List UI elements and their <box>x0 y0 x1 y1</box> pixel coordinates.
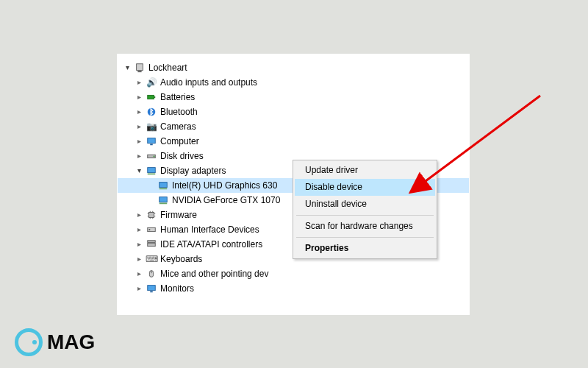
display-adapter-icon <box>157 180 169 191</box>
chip-icon <box>146 209 157 221</box>
chevron-right-icon[interactable]: ▸ <box>134 283 144 294</box>
speaker-icon: 🔊 <box>146 77 157 88</box>
logo-text: MAG <box>47 330 95 354</box>
chevron-right-icon[interactable]: ▸ <box>134 121 144 132</box>
monitor-icon <box>146 283 157 294</box>
chevron-right-icon[interactable]: ▸ <box>134 92 144 102</box>
svg-rect-5 <box>148 138 156 144</box>
svg-rect-3 <box>154 96 156 98</box>
svg-rect-19 <box>148 241 156 243</box>
chevron-right-icon[interactable]: ▸ <box>134 77 144 88</box>
chevron-down-icon[interactable]: ▾ <box>134 166 144 176</box>
brand-logo: MAG <box>15 328 95 356</box>
svg-rect-18 <box>148 243 156 246</box>
battery-icon <box>146 91 157 103</box>
tree-item-label: Computer <box>160 134 199 149</box>
svg-point-8 <box>154 156 155 158</box>
menu-update-driver[interactable]: Update driver <box>295 162 435 179</box>
menu-disable-device[interactable]: Disable device <box>295 179 435 196</box>
svg-rect-16 <box>148 227 156 231</box>
svg-rect-14 <box>159 203 168 205</box>
keyboard-icon: ⌨ <box>146 253 157 265</box>
chevron-down-icon[interactable]: ▾ <box>122 63 132 73</box>
camera-icon: 📷 <box>146 121 157 132</box>
chevron-right-icon[interactable]: ▸ <box>134 269 144 279</box>
tree-root[interactable]: ▾ Lockheart <box>118 60 469 75</box>
tree-item-label: Mice and other pointing dev <box>160 266 268 281</box>
tree-item-mice[interactable]: ▸ Mice and other pointing dev <box>118 266 469 281</box>
tree-item-label: Audio inputs and outputs <box>160 75 257 90</box>
tree-item-label: Firmware <box>160 208 197 222</box>
mouse-icon <box>146 268 157 280</box>
tree-item-label: Intel(R) UHD Graphics 630 <box>172 178 277 193</box>
svg-rect-23 <box>150 291 153 293</box>
logo-ring-icon <box>15 328 43 356</box>
svg-rect-11 <box>159 183 168 188</box>
svg-rect-17 <box>149 229 151 230</box>
tree-item-label: NVIDIA GeForce GTX 1070 <box>172 193 280 208</box>
monitor-icon <box>146 135 157 147</box>
display-adapter-icon <box>146 165 157 177</box>
chevron-right-icon[interactable]: ▸ <box>134 254 144 264</box>
tree-item-label: Bluetooth <box>160 105 198 119</box>
svg-rect-13 <box>159 197 168 202</box>
menu-separator <box>296 237 434 238</box>
tree-item-label: Display adapters <box>160 163 226 178</box>
chevron-right-icon[interactable]: ▸ <box>134 107 144 117</box>
computer-icon <box>134 62 146 74</box>
svg-rect-2 <box>148 95 154 99</box>
chevron-right-icon[interactable]: ▸ <box>134 210 144 220</box>
tree-item-monitors[interactable]: ▸ Monitors <box>118 281 469 296</box>
tree-item-bluetooth[interactable]: ▸ Bluetooth <box>118 105 469 119</box>
chevron-right-icon[interactable]: ▸ <box>134 239 144 250</box>
svg-rect-10 <box>148 174 156 175</box>
tree-item-computer[interactable]: ▸ Computer <box>118 134 469 149</box>
context-menu: Update driver Disable device Uninstall d… <box>293 160 437 259</box>
svg-rect-0 <box>137 64 143 71</box>
svg-rect-15 <box>149 213 154 218</box>
tree-item-label: IDE ATA/ATAPI controllers <box>160 237 262 252</box>
hid-icon <box>146 224 157 236</box>
svg-rect-1 <box>137 71 141 72</box>
menu-separator <box>296 215 434 216</box>
tree-item-audio[interactable]: ▸ 🔊 Audio inputs and outputs <box>118 75 469 90</box>
tree-item-label: Keyboards <box>160 252 202 266</box>
controller-icon <box>146 238 157 250</box>
tree-item-label: Monitors <box>160 281 194 296</box>
chevron-right-icon[interactable]: ▸ <box>134 136 144 146</box>
svg-rect-12 <box>159 188 168 190</box>
svg-rect-22 <box>148 286 156 291</box>
bluetooth-icon <box>146 106 157 118</box>
chevron-right-icon[interactable]: ▸ <box>134 151 144 161</box>
tree-item-label: Cameras <box>160 119 196 134</box>
tree-item-cameras[interactable]: ▸ 📷 Cameras <box>118 119 469 134</box>
svg-rect-6 <box>150 144 153 146</box>
tree-item-batteries[interactable]: ▸ Batteries <box>118 90 469 105</box>
chevron-right-icon[interactable]: ▸ <box>134 224 144 235</box>
disk-icon <box>146 150 157 162</box>
tree-item-label: Human Interface Devices <box>160 222 259 237</box>
tree-item-label: Disk drives <box>160 149 204 163</box>
tree-root-label: Lockheart <box>148 60 187 75</box>
menu-uninstall-device[interactable]: Uninstall device <box>295 196 435 213</box>
menu-properties[interactable]: Properties <box>295 240 435 257</box>
svg-rect-9 <box>148 168 156 173</box>
display-adapter-icon <box>157 194 169 206</box>
menu-scan-hardware[interactable]: Scan for hardware changes <box>295 218 435 235</box>
tree-item-label: Batteries <box>160 90 195 105</box>
